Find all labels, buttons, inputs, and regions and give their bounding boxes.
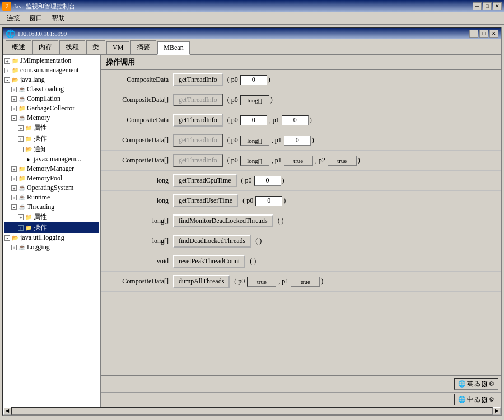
inner-maximize-button[interactable]: □	[479, 30, 488, 38]
tab-memory[interactable]: 内存	[32, 40, 58, 54]
tree-item-logging[interactable]: + ☕ Logging	[4, 242, 99, 252]
tree-item-gc[interactable]: + 📁 GarbageCollector	[4, 104, 99, 113]
expand-op1[interactable]: +	[18, 136, 24, 142]
tree-item-threading-op[interactable]: + 📁 操作	[4, 222, 99, 233]
tree-item-classloading[interactable]: + ☕ ClassLoading	[4, 85, 99, 94]
expand-logging[interactable]: +	[11, 245, 17, 250]
settings-icon-1: ⚙	[489, 380, 494, 388]
expand-javautillogging[interactable]: -	[4, 235, 10, 241]
scroll-right-btn[interactable]: ▶	[493, 407, 501, 415]
folder-icon-memmanager: 📁	[18, 165, 26, 173]
menu-help[interactable]: 帮助	[47, 12, 69, 24]
expand-comsun[interactable]: +	[4, 68, 10, 73]
tree-item-op1[interactable]: + 📁 操作	[4, 133, 99, 144]
expand-runtime[interactable]: +	[11, 195, 17, 200]
tab-classes[interactable]: 类	[86, 40, 105, 54]
expand-compilation[interactable]: +	[11, 96, 17, 102]
op-panel: 操作调用 CompositeData getThreadInfo ( p0 ) …	[101, 55, 501, 375]
params-8: ( )	[253, 237, 264, 245]
scroll-left-btn[interactable]: ◀	[3, 407, 11, 415]
btn-dumpAllThreads[interactable]: dumpAllThreads	[173, 275, 230, 288]
param-input-5-0[interactable]	[254, 176, 281, 186]
expand-gc[interactable]: +	[11, 106, 17, 111]
minimize-button[interactable]: ─	[473, 2, 482, 10]
param-input-2-1[interactable]	[282, 115, 309, 125]
expand-javalang[interactable]: -	[4, 77, 10, 83]
tree-item-jmimplementation[interactable]: + 📁 JMImplementation	[4, 56, 99, 66]
label-javautillogging: java.util.logging	[20, 234, 64, 242]
param-paren-5: )	[281, 176, 286, 185]
expand-notify[interactable]: -	[18, 147, 24, 152]
expand-threading[interactable]: -	[11, 204, 17, 210]
folder-icon-mempool: 📁	[18, 175, 26, 183]
param-input-3-1[interactable]	[284, 136, 311, 146]
tree-item-threading[interactable]: - ☕ Threading	[4, 202, 99, 212]
btn-findDeadLockedThreads[interactable]: findDeadLockedThreads	[173, 235, 251, 248]
folder-icon-gc: 📁	[18, 105, 26, 113]
close-button[interactable]: ✕	[493, 2, 502, 10]
param-input-6-0[interactable]	[255, 196, 282, 206]
tree-item-mempool[interactable]: + 📁 MemoryPool	[4, 174, 99, 183]
op-type-6: long	[106, 197, 173, 205]
tabs-row: 概述 内存 线程 类 VM 摘要 MBean	[3, 39, 501, 55]
status-row-2: 🌐 中 ゐ 🖼 ⚙	[101, 392, 501, 407]
expand-memmanager[interactable]: +	[11, 166, 17, 172]
expand-attr1[interactable]: +	[18, 125, 24, 131]
btn-getThreadInfo-0[interactable]: getThreadInfo	[173, 73, 223, 86]
btn-getThreadInfo-4[interactable]: getThreadInfo	[173, 154, 223, 167]
param-label-2-0: ( p0	[225, 116, 240, 124]
params-7: ( )	[276, 217, 286, 225]
label-threading-attr: 属性	[34, 212, 47, 222]
expand-os[interactable]: +	[11, 185, 17, 191]
btn-getThreadInfo-2[interactable]: getThreadInfo	[173, 114, 223, 127]
params-1: ( p0 long[] )	[225, 95, 274, 105]
expand-memory[interactable]: -	[11, 115, 17, 121]
tab-mbean[interactable]: MBean	[157, 41, 189, 55]
tree-item-comsun[interactable]: + 📁 com.sun.management	[4, 66, 99, 75]
menu-connect[interactable]: 连接	[2, 12, 25, 24]
btn-getThreadUserTime[interactable]: getThreadUserTime	[173, 194, 238, 207]
param-input-2-0[interactable]	[240, 115, 267, 125]
expand-threading-op[interactable]: +	[18, 225, 24, 231]
scroll-track-h[interactable]	[11, 407, 493, 415]
inner-close-button[interactable]: ✕	[489, 30, 498, 38]
maximize-button[interactable]: □	[483, 2, 492, 10]
tab-overview[interactable]: 概述	[6, 40, 31, 54]
expand-mempool[interactable]: +	[11, 176, 17, 181]
tree-item-os[interactable]: + ☕ OperatingSystem	[4, 183, 99, 193]
btn-getThreadInfo-1[interactable]: getThreadInfo	[173, 94, 223, 106]
menu-window[interactable]: 窗口	[25, 12, 47, 24]
tree-item-attr1[interactable]: + 📁 属性	[4, 123, 99, 133]
expand-classloading[interactable]: +	[11, 87, 17, 92]
tree-item-javalang[interactable]: - 📂 java.lang	[4, 75, 99, 85]
tree-item-notify[interactable]: - 📂 通知	[4, 144, 99, 155]
lang-icon-1: 🌐	[458, 380, 466, 388]
param-label-9-0: ( )	[248, 257, 258, 265]
inner-minimize-button[interactable]: ─	[469, 30, 478, 38]
btn-getThreadCpuTime[interactable]: getThreadCpuTime	[173, 174, 237, 187]
tab-vm[interactable]: VM	[106, 41, 129, 54]
op-row-4: CompositeData[] getThreadInfo ( p0 long[…	[101, 151, 501, 171]
tree-item-javautillogging[interactable]: - 📂 java.util.logging	[4, 233, 99, 242]
expand-jmimplementation[interactable]: +	[4, 58, 10, 64]
param-label-4-2: , p2	[313, 156, 328, 165]
status-icons-2: 🌐 中 ゐ 🖼 ⚙	[454, 394, 498, 405]
tree-item-runtime[interactable]: + ☕ Runtime	[4, 193, 99, 202]
tree-item-memory[interactable]: - ☕ Memory	[4, 113, 99, 123]
tree-item-javax[interactable]: ▸ javax.managem...	[4, 155, 99, 164]
param-label-3-0: ( p0	[225, 136, 240, 144]
tab-summary[interactable]: 摘要	[130, 40, 156, 54]
op-type-2: CompositeData	[106, 116, 173, 124]
btn-resetPeakThreadCount[interactable]: resetPeakThreadCount	[173, 255, 245, 268]
tree-item-compilation[interactable]: + ☕ Compilation	[4, 94, 99, 104]
expand-threading-attr[interactable]: +	[18, 214, 24, 220]
tree-item-memmanager[interactable]: + 📁 MemoryManager	[4, 164, 99, 174]
btn-findMonitorDeadLockedThreads[interactable]: findMonitorDeadLockedThreads	[173, 214, 273, 227]
folder-icon-jmimplementation: 📁	[11, 57, 19, 65]
tab-threads[interactable]: 线程	[59, 40, 85, 54]
param-input-0-0[interactable]	[240, 75, 267, 85]
label-memmanager: MemoryManager	[27, 165, 74, 173]
btn-getThreadInfo-3[interactable]: getThreadInfo	[173, 134, 223, 147]
tree-item-threading-attr[interactable]: + 📁 属性	[4, 212, 99, 222]
op-row-0: CompositeData getThreadInfo ( p0 )	[101, 70, 501, 90]
